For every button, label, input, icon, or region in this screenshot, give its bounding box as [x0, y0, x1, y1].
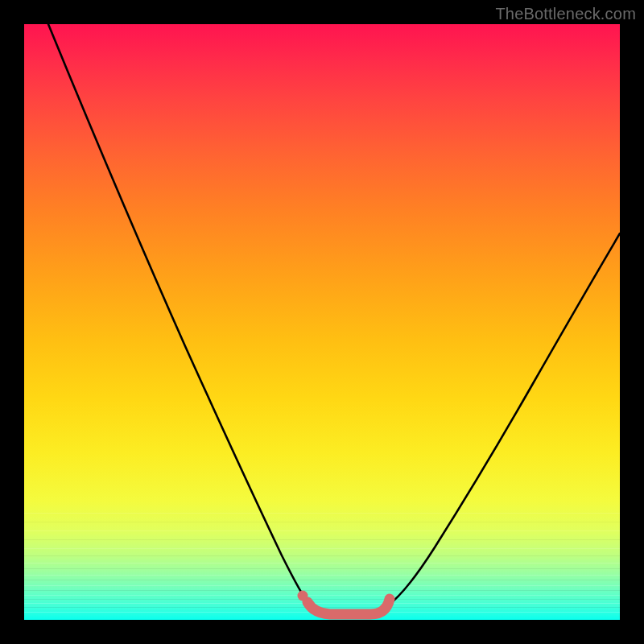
band-line — [24, 575, 620, 576]
band-line — [24, 585, 620, 586]
band-line — [24, 522, 620, 522]
plot-area — [24, 24, 620, 620]
chart-frame: TheBottleneck.com — [0, 0, 644, 644]
band-line — [24, 513, 620, 514]
band-line — [24, 555, 620, 556]
band-line — [24, 580, 620, 580]
band-line — [24, 607, 620, 608]
band-line — [24, 599, 620, 600]
band-line — [24, 612, 620, 613]
band-line — [24, 539, 620, 540]
band-line — [24, 548, 620, 549]
band-line — [24, 568, 620, 569]
band-line — [24, 590, 620, 591]
band-line — [24, 563, 620, 564]
band-line — [24, 595, 620, 596]
band-line — [24, 603, 620, 604]
watermark-text: TheBottleneck.com — [495, 5, 636, 23]
band-line — [24, 530, 620, 531]
